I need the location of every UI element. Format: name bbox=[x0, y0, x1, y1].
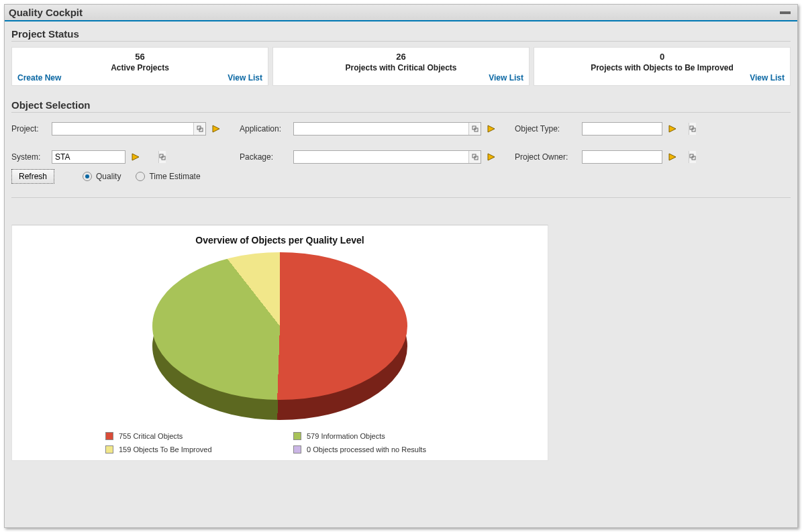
project-owner-label: Project Owner: bbox=[515, 152, 582, 162]
view-list-link[interactable]: View List bbox=[750, 73, 785, 83]
pie-chart bbox=[152, 252, 407, 420]
value-help-icon[interactable] bbox=[193, 123, 205, 135]
project-field[interactable] bbox=[52, 122, 206, 136]
system-field[interactable] bbox=[52, 150, 126, 164]
multi-select-icon[interactable] bbox=[210, 123, 222, 135]
action-row: Refresh Quality Time Estimate bbox=[11, 169, 791, 184]
legend-item: 0 Objects processed with no Results bbox=[293, 445, 454, 454]
legend-swatch bbox=[293, 432, 301, 440]
chart-panel: Overview of Objects per Quality Level 75… bbox=[11, 225, 548, 461]
value-help-icon[interactable] bbox=[689, 123, 696, 135]
multi-select-icon[interactable] bbox=[130, 151, 142, 163]
view-list-link[interactable]: View List bbox=[489, 73, 523, 83]
object-selection-section: Object Selection Project: Application: bbox=[5, 93, 797, 191]
selection-form: Project: Application: Object Type: bbox=[11, 122, 791, 164]
svg-marker-8 bbox=[669, 125, 676, 132]
legend-item: 579 Information Objects bbox=[293, 432, 454, 440]
legend-item: 755 Critical Objects bbox=[105, 432, 266, 440]
project-owner-field[interactable] bbox=[582, 150, 662, 164]
minimize-icon[interactable] bbox=[780, 11, 791, 14]
refresh-button[interactable]: Refresh bbox=[11, 169, 54, 184]
application-label: Application: bbox=[240, 124, 293, 134]
radio-icon bbox=[83, 172, 92, 181]
card-label: Projects with Objects to Be Improved bbox=[591, 63, 734, 72]
card-label: Projects with Critical Objects bbox=[345, 63, 456, 72]
project-status-heading: Project Status bbox=[11, 28, 791, 42]
application-input[interactable] bbox=[294, 123, 468, 135]
create-new-link[interactable]: Create New bbox=[17, 73, 61, 83]
legend-swatch bbox=[105, 432, 113, 440]
svg-marker-17 bbox=[669, 154, 676, 160]
multi-select-icon[interactable] bbox=[666, 123, 679, 135]
package-label: Package: bbox=[240, 152, 293, 162]
multi-select-icon[interactable] bbox=[485, 123, 497, 135]
multi-select-icon[interactable] bbox=[485, 151, 497, 163]
value-help-icon[interactable] bbox=[468, 123, 481, 135]
package-input[interactable] bbox=[294, 151, 468, 163]
legend-item: 159 Objects To Be Improved bbox=[105, 445, 266, 454]
multi-select-icon[interactable] bbox=[666, 151, 679, 163]
card-to-be-improved: 0 Projects with Objects to Be Improved V… bbox=[534, 47, 791, 86]
application-field[interactable] bbox=[293, 122, 481, 136]
value-help-icon[interactable] bbox=[689, 151, 696, 163]
divider bbox=[11, 197, 791, 198]
system-input[interactable] bbox=[52, 151, 158, 163]
object-type-label: Object Type: bbox=[515, 124, 582, 134]
card-critical-objects: 26 Projects with Critical Objects View L… bbox=[272, 47, 530, 86]
view-list-link[interactable]: View List bbox=[228, 73, 262, 83]
card-active-projects: 56 Active Projects Create New View List bbox=[11, 47, 268, 86]
svg-marker-11 bbox=[132, 154, 139, 160]
card-count: 26 bbox=[279, 52, 523, 63]
system-label: System: bbox=[11, 152, 52, 162]
project-input[interactable] bbox=[52, 123, 193, 135]
pie-top bbox=[152, 252, 407, 400]
project-label: Project: bbox=[11, 124, 52, 134]
chart-title: Overview of Objects per Quality Level bbox=[19, 235, 541, 246]
legend-swatch bbox=[293, 445, 301, 454]
value-help-icon[interactable] bbox=[468, 151, 481, 163]
object-type-field[interactable] bbox=[582, 122, 662, 136]
quality-cockpit-window: Quality Cockpit Project Status 56 Active… bbox=[4, 4, 798, 528]
window-title: Quality Cockpit bbox=[9, 7, 83, 18]
project-status-section: Project Status 56 Active Projects Create… bbox=[5, 21, 797, 93]
title-bar: Quality Cockpit bbox=[5, 5, 797, 21]
time-estimate-radio[interactable]: Time Estimate bbox=[136, 172, 200, 181]
status-cards: 56 Active Projects Create New View List … bbox=[11, 47, 791, 86]
package-field[interactable] bbox=[293, 150, 481, 164]
svg-marker-5 bbox=[488, 125, 495, 132]
quality-radio[interactable]: Quality bbox=[83, 172, 121, 181]
chart-legend: 755 Critical Objects 579 Information Obj… bbox=[105, 432, 454, 454]
object-selection-heading: Object Selection bbox=[11, 99, 791, 113]
svg-marker-2 bbox=[213, 125, 219, 132]
mode-radio-group: Quality Time Estimate bbox=[83, 172, 201, 181]
card-count: 0 bbox=[540, 52, 785, 63]
legend-swatch bbox=[105, 445, 113, 454]
value-help-icon[interactable] bbox=[158, 151, 166, 163]
card-label: Active Projects bbox=[111, 63, 169, 72]
svg-marker-14 bbox=[488, 154, 495, 160]
radio-icon bbox=[136, 172, 145, 181]
card-count: 56 bbox=[17, 52, 262, 63]
